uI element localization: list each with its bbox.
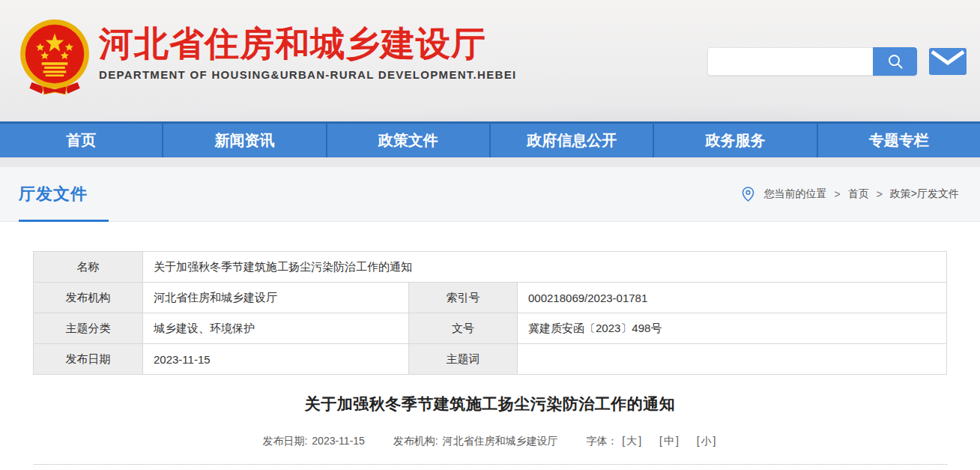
search-area xyxy=(707,47,967,76)
site-title: 河北省住房和城乡建设厅 xyxy=(99,25,516,61)
site-logo[interactable]: 河北省住房和城乡建设厅 DEPARTMENT OF HOUSING&URBAN-… xyxy=(16,18,516,96)
article-meta: 发布日期: 2023-11-15 发布机构: 河北省住房和城乡建设厅 字体： [… xyxy=(0,435,980,448)
document-meta-table: 名称 关于加强秋冬季节建筑施工扬尘污染防治工作的通知 发布机构 河北省住房和城乡… xyxy=(33,251,947,375)
nav-item-topics[interactable]: 专题专栏 xyxy=(818,124,980,157)
breadcrumb-separator: > xyxy=(877,188,883,200)
document-content: 名称 关于加强秋冬季节建筑施工扬尘污染防治工作的通知 发布机构 河北省住房和城乡… xyxy=(0,222,980,465)
table-row: 主题分类 城乡建设、环境保护 文号 冀建质安函〔2023〕498号 xyxy=(33,313,946,344)
meta-label-keywords: 主题词 xyxy=(408,344,517,375)
nav-gap xyxy=(0,157,980,167)
breadcrumb-separator: > xyxy=(834,188,840,200)
meta-value-keywords xyxy=(517,344,946,375)
dotted-divider xyxy=(34,464,947,465)
pub-org-label: 发布机构: xyxy=(393,435,438,447)
location-pin-icon xyxy=(742,187,754,202)
font-size-medium-button[interactable]: [中] xyxy=(659,435,680,447)
main-nav: 首页 新闻资讯 政策文件 政府信息公开 政务服务 专题专栏 xyxy=(0,121,980,157)
nav-item-news[interactable]: 新闻资讯 xyxy=(163,124,327,157)
meta-value-category: 城乡建设、环境保护 xyxy=(142,313,408,344)
font-size-label: 字体： xyxy=(586,435,617,447)
meta-label-index: 索引号 xyxy=(408,283,517,313)
meta-value-issuer: 河北省住房和城乡建设厅 xyxy=(142,283,408,313)
page: 河北省住房和城乡建设厅 DEPARTMENT OF HOUSING&URBAN-… xyxy=(0,0,980,470)
breadcrumb-label: 您当前的位置 xyxy=(763,187,826,201)
article-title: 关于加强秋冬季节建筑施工扬尘污染防治工作的通知 xyxy=(0,394,980,415)
site-titles: 河北省住房和城乡建设厅 DEPARTMENT OF HOUSING&URBAN-… xyxy=(99,18,516,81)
pub-date-label: 发布日期: xyxy=(263,435,308,447)
search-box xyxy=(707,47,917,76)
search-input[interactable] xyxy=(707,47,873,76)
meta-value-docnum: 冀建质安函〔2023〕498号 xyxy=(517,313,946,344)
meta-label-pubdate: 发布日期 xyxy=(33,344,142,375)
meta-value-index: 000218069/2023-01781 xyxy=(517,283,946,313)
nav-item-gov-info[interactable]: 政府信息公开 xyxy=(491,124,654,157)
table-row: 发布日期 2023-11-15 主题词 xyxy=(33,344,946,375)
page-title: 厅发文件 xyxy=(19,183,88,205)
search-button[interactable] xyxy=(873,47,917,76)
breadcrumb-home[interactable]: 首页 xyxy=(848,187,869,201)
section-title-underline xyxy=(19,220,109,222)
meta-value-pubdate: 2023-11-15 xyxy=(142,344,408,375)
search-icon xyxy=(886,52,904,70)
nav-item-services[interactable]: 政务服务 xyxy=(654,124,817,157)
meta-label-name: 名称 xyxy=(33,252,142,283)
table-row: 名称 关于加强秋冬季节建筑施工扬尘污染防治工作的通知 xyxy=(33,252,946,283)
nav-item-policy[interactable]: 政策文件 xyxy=(327,124,491,157)
breadcrumb-trail[interactable]: 政策>厅发文件 xyxy=(890,187,959,201)
table-row: 发布机构 河北省住房和城乡建设厅 索引号 000218069/2023-0178… xyxy=(33,283,946,313)
mail-icon[interactable] xyxy=(929,48,967,75)
meta-label-issuer: 发布机构 xyxy=(33,283,142,313)
section-bar: 厅发文件 您当前的位置 > 首页 > 政策>厅发文件 xyxy=(0,167,980,222)
national-emblem-icon xyxy=(16,18,93,96)
pub-org-value: 河北省住房和城乡建设厅 xyxy=(443,435,558,447)
font-size-large-button[interactable]: [大] xyxy=(622,435,643,447)
meta-value-name: 关于加强秋冬季节建筑施工扬尘污染防治工作的通知 xyxy=(142,252,946,283)
font-size-small-button[interactable]: [小] xyxy=(697,435,718,447)
meta-label-category: 主题分类 xyxy=(33,313,142,344)
pub-date-value: 2023-11-15 xyxy=(312,435,365,447)
site-subtitle: DEPARTMENT OF HOUSING&URBAN-RURAL DEVELO… xyxy=(99,68,516,81)
meta-label-docnum: 文号 xyxy=(408,313,517,344)
nav-item-home[interactable]: 首页 xyxy=(0,124,163,157)
site-header: 河北省住房和城乡建设厅 DEPARTMENT OF HOUSING&URBAN-… xyxy=(0,0,980,121)
breadcrumb: 您当前的位置 > 首页 > 政策>厅发文件 xyxy=(742,187,959,202)
